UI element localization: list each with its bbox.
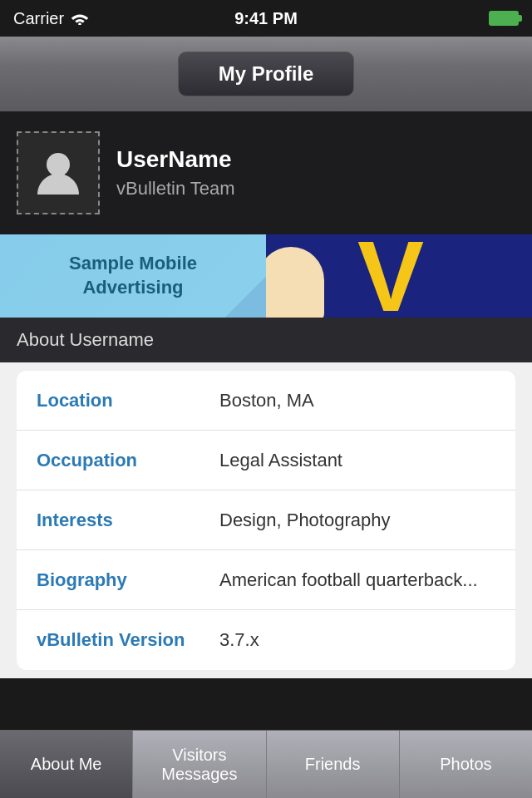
nav-title: My Profile — [178, 52, 355, 96]
detail-label: vBulletin Version — [37, 629, 219, 651]
profile-header: UserName vBulletin Team — [0, 111, 532, 234]
tab-bar: About MeVisitors MessagesFriendsPhotos — [0, 730, 532, 798]
wifi-icon — [71, 12, 89, 25]
ad-banner[interactable]: Sample Mobile Advertising V — [0, 234, 532, 318]
battery-icon — [489, 11, 519, 26]
about-section-header: About Username — [0, 318, 532, 362]
detail-row: vBulletin Version3.7.x — [17, 610, 515, 670]
profile-info: UserName vBulletin Team — [116, 146, 235, 200]
detail-value: Legal Assistant — [219, 450, 342, 471]
tab-item-visitors-messages[interactable]: Visitors Messages — [133, 731, 266, 798]
detail-row: LocationBoston, MA — [17, 371, 515, 431]
status-time: 9:41 PM — [234, 9, 298, 28]
about-section-title: About Username — [17, 329, 154, 350]
detail-label: Location — [37, 390, 219, 411]
status-bar: Carrier 9:41 PM — [0, 0, 532, 37]
tab-item-friends[interactable]: Friends — [267, 731, 400, 798]
status-left: Carrier — [13, 9, 89, 28]
avatar — [17, 131, 100, 214]
ad-text-area: Sample Mobile Advertising — [0, 234, 266, 318]
detail-value: American football quarterback... — [219, 569, 478, 591]
detail-card: LocationBoston, MAOccupationLegal Assist… — [17, 371, 515, 670]
profile-group: vBulletin Team — [116, 178, 235, 200]
detail-label: Biography — [37, 569, 219, 591]
ad-graphic: V — [266, 234, 532, 318]
svg-point-0 — [78, 22, 81, 25]
detail-row: BiographyAmerican football quarterback..… — [17, 550, 515, 610]
detail-value: Design, Photography — [219, 510, 390, 531]
avatar-silhouette — [33, 148, 83, 198]
detail-row: InterestsDesign, Photography — [17, 490, 515, 550]
tab-item-about-me[interactable]: About Me — [0, 731, 133, 798]
ad-hand — [266, 247, 324, 318]
detail-row: OccupationLegal Assistant — [17, 431, 515, 490]
profile-details: LocationBoston, MAOccupationLegal Assist… — [0, 362, 532, 678]
tab-item-photos[interactable]: Photos — [400, 731, 532, 798]
detail-label: Occupation — [37, 450, 219, 471]
detail-value: Boston, MA — [219, 390, 314, 411]
detail-label: Interests — [37, 510, 219, 531]
nav-bar: My Profile — [0, 37, 532, 111]
detail-value: 3.7.x — [219, 629, 259, 651]
ad-text: Sample Mobile Advertising — [17, 252, 249, 299]
profile-username: UserName — [116, 146, 235, 173]
carrier-label: Carrier — [13, 9, 64, 28]
svg-point-1 — [47, 153, 70, 176]
ad-graphic-letter: V — [357, 234, 424, 318]
